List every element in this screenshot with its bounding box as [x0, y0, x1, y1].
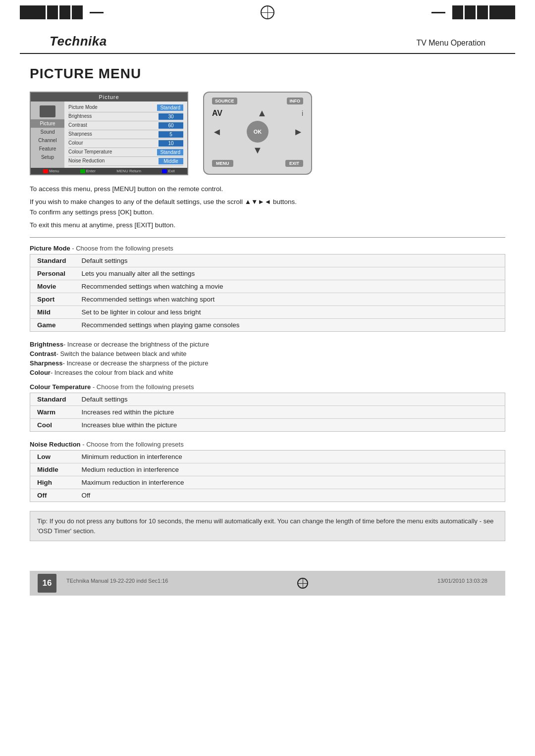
picture-mode-section: Picture Mode - Choose from the following…: [30, 245, 505, 332]
tv-row-brightness: Brightness 30: [68, 112, 183, 121]
remote-exit-button: EXIT: [285, 160, 303, 167]
noise-reduction-table: Low Minimum reduction in interference Mi…: [30, 450, 505, 502]
footer-area: 16 TEchnika Manual 19-22-220 indd Sec1:1…: [0, 571, 535, 610]
remote-top-buttons: SOURCE INFO: [212, 98, 303, 104]
remote-down-arrow: ▼: [253, 145, 263, 156]
tv-menu-setup: Setup: [31, 153, 64, 161]
page-header: Technika TV Menu Operation: [20, 25, 515, 54]
strip-block: [59, 5, 70, 19]
remote-up-arrow: ▲: [257, 107, 267, 119]
picture-mode-table: Standard Default settings Personal Lets …: [30, 254, 505, 332]
remote-left-arrow: ◄: [212, 126, 222, 138]
remote-nav-row: ◄ OK ►: [212, 121, 303, 143]
remote-av-label: AV: [212, 109, 222, 118]
picture-mode-title: Picture Mode - Choose from the following…: [30, 245, 505, 252]
table-row: Low Minimum reduction in interference: [30, 451, 505, 463]
page-heading: PICTURE MENU: [30, 66, 505, 82]
tv-menu-sound: Sound: [31, 128, 64, 136]
crosshair-icon: [261, 5, 274, 19]
tv-icon: [40, 105, 55, 117]
remote-control-mockup: SOURCE INFO AV ▲ i ◄ OK ► ▼ MENU EXIT: [203, 92, 312, 175]
table-row: Standard Default settings: [30, 393, 505, 406]
footer-info: TEchnika Manual 19-22-220 indd Sec1:16 1…: [56, 578, 497, 589]
table-row: Middle Medium reduction in interference: [30, 463, 505, 476]
table-row: Mild Set to be lighter in colour and les…: [30, 306, 505, 319]
strip-thin: [431, 12, 445, 13]
tv-screen-mockup: Picture Picture Sound Channel Feature Se…: [30, 92, 188, 175]
tv-menu-picture: Picture: [31, 119, 64, 128]
divider-1: [30, 237, 505, 238]
strip-thin: [90, 12, 104, 13]
table-row: Cool Increases blue within the picture: [30, 419, 505, 432]
colour-temp-table: Standard Default settings Warm Increases…: [30, 393, 505, 432]
table-row: Personal Lets you manually alter all the…: [30, 267, 505, 280]
noise-reduction-section: Noise Reduction - Choose from the follow…: [30, 441, 505, 502]
description-list: Brightness- Increase or decrease the bri…: [30, 341, 505, 376]
remote-info-button: INFO: [287, 98, 304, 104]
remote-source-button: SOURCE: [212, 98, 237, 104]
desc-colour: Colour- Increases the colour from black …: [30, 369, 505, 376]
top-decorative-strips: [0, 0, 535, 25]
page-section-title: TV Menu Operation: [416, 39, 485, 48]
remote-bottom-row: MENU EXIT: [212, 160, 303, 167]
desc-sharpness: Sharpness- Increase or decrease the shar…: [30, 359, 505, 367]
colour-temp-section: Colour Temperature - Choose from the fol…: [30, 383, 505, 432]
strip-block: [465, 5, 476, 19]
remote-info-icon: i: [302, 109, 303, 117]
tv-sidebar: Picture Sound Channel Feature Setup Pict…: [31, 101, 187, 168]
noise-reduction-title: Noise Reduction - Choose from the follow…: [30, 441, 505, 448]
brand-logo: Technika: [50, 34, 107, 49]
instruction-3: To exit this menu at anytime, press [EXI…: [30, 220, 505, 230]
strip-block: [489, 5, 515, 19]
table-row: Game Recommended settings when playing g…: [30, 319, 505, 332]
colour-temp-title: Colour Temperature - Choose from the fol…: [30, 383, 505, 391]
strip-block: [47, 5, 58, 19]
desc-contrast: Contrast- Switch the balance between bla…: [30, 350, 505, 357]
table-row: Warm Increases red within the picture: [30, 406, 505, 419]
footer-date-info: 13/01/2010 13:03:28: [437, 578, 487, 589]
tv-row-colour-temp: Colour Temperature Standard: [68, 148, 183, 157]
strip-block: [20, 5, 46, 19]
tv-left-menu: Picture Sound Channel Feature Setup: [31, 101, 64, 168]
instruction-2: If you wish to make changes to any of th…: [30, 197, 505, 217]
tv-remote-illustration: Picture Picture Sound Channel Feature Se…: [30, 92, 505, 175]
remote-right-arrow: ►: [293, 126, 303, 138]
remote-ok-button: OK: [247, 121, 268, 143]
tip-box: Tip: If you do not press any buttons for…: [30, 511, 505, 541]
tv-row-contrast: Contrast 60: [68, 121, 183, 130]
footer-bar: 16 TEchnika Manual 19-22-220 indd Sec1:1…: [30, 571, 505, 596]
main-content: PICTURE MENU Picture Picture Sound Chann…: [0, 54, 535, 551]
table-row: Off Off: [30, 489, 505, 502]
tv-right-content: Picture Mode Standard Brightness 30 Cont…: [64, 101, 187, 168]
strip-block: [452, 5, 463, 19]
strip-block: [477, 5, 488, 19]
footer-file-info: TEchnika Manual 19-22-220 indd Sec1:16: [66, 578, 168, 589]
remote-av-row: AV ▲ i: [212, 107, 303, 119]
table-row: High Maximum reduction in interference: [30, 476, 505, 489]
table-row: Movie Recommended settings when watching…: [30, 280, 505, 293]
tv-row-noise-reduction: Noise Reduction Middle: [68, 157, 183, 166]
instructions-section: To access this menu, press [MENU] button…: [30, 184, 505, 230]
tv-row-sharpness: Sharpness 5: [68, 130, 183, 139]
desc-brightness: Brightness- Increase or decrease the bri…: [30, 341, 505, 348]
strip-group-right: [431, 0, 515, 25]
page-number: 16: [38, 574, 56, 593]
footer-crosshair-icon: [297, 578, 308, 589]
instruction-1: To access this menu, press [MENU] button…: [30, 184, 505, 194]
table-row: Sport Recommended settings when watching…: [30, 293, 505, 306]
tv-title-bar: Picture: [31, 93, 187, 101]
strip-block: [72, 5, 83, 19]
tip-text: Tip: If you do not press any buttons for…: [37, 517, 494, 535]
tv-row-colour: Colour 10: [68, 139, 183, 148]
tv-row-picture-mode: Picture Mode Standard: [68, 103, 183, 112]
table-row: Standard Default settings: [30, 254, 505, 267]
tv-menu-channel: Channel: [31, 136, 64, 145]
strip-group-left: [20, 0, 104, 25]
tv-menu-feature: Feature: [31, 145, 64, 153]
remote-menu-button: MENU: [212, 160, 233, 167]
tv-bottom-bar: Menu Enter MENU Return Exit: [31, 168, 187, 174]
remote-down-row: ▼: [212, 145, 303, 156]
